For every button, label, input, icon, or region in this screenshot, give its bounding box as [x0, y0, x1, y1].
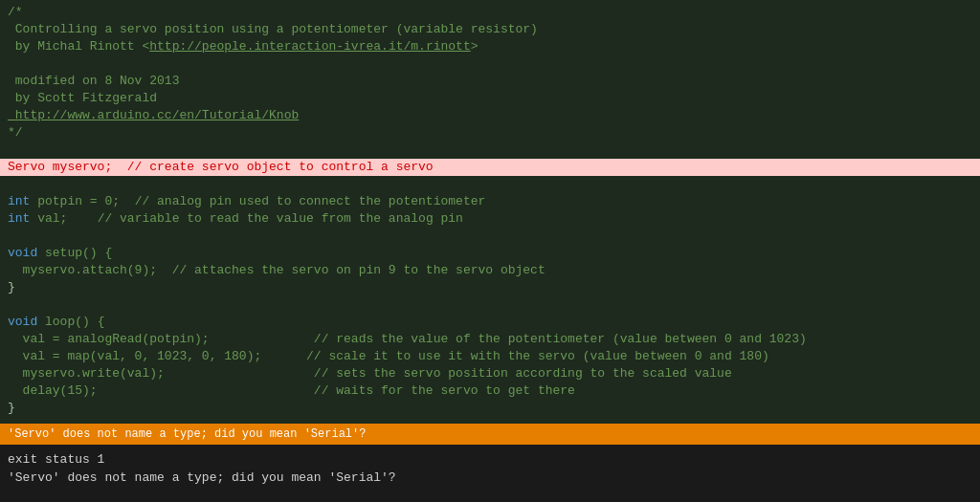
code-editor: /* Controlling a servo position using a … [0, 0, 980, 424]
code-text: val = analogRead(potpin); // reads the v… [8, 331, 807, 348]
code-text: val = map(val, 0, 1023, 0, 180); // scal… [8, 348, 769, 365]
code-text: int val; // variable to read the value f… [8, 210, 463, 228]
code-text: by Michal Rinott < [8, 38, 149, 55]
code-line-7: http://www.arduino.cc/en/Tutorial/Knob [0, 107, 980, 124]
code-text: } [8, 279, 15, 296]
code-text: void setup() { [8, 245, 112, 262]
code-line-11 [0, 176, 980, 193]
code-link: http://people.interaction-ivrea.it/m.rin… [149, 38, 470, 55]
code-line-3: by Michal Rinott <http://people.interact… [0, 38, 980, 55]
code-link: http://www.arduino.cc/en/Tutorial/Knob [8, 107, 299, 124]
code-line-20: val = analogRead(potpin); // reads the v… [0, 331, 980, 348]
code-text: Controlling a servo position using a pot… [8, 21, 538, 38]
console-line-0: exit status 1 [8, 450, 972, 469]
code-text: /* [8, 4, 23, 21]
code-line-2: Controlling a servo position using a pot… [0, 21, 980, 38]
code-line-21: val = map(val, 0, 1023, 0, 180); // scal… [0, 348, 980, 365]
code-line-24: } [0, 400, 980, 417]
code-line-4 [0, 55, 980, 73]
code-line-12: int potpin = 0; // analog pin used to co… [0, 193, 980, 210]
error-bar: 'Servo' does not name a type; did you me… [0, 424, 980, 445]
code-line-13: int val; // variable to read the value f… [0, 210, 980, 228]
code-text: delay(15); // waits for the servo to get… [8, 382, 575, 400]
code-line-15: void setup() { [0, 245, 980, 262]
code-line-16: myservo.attach(9); // attaches the servo… [0, 262, 980, 279]
code-text: Servo myservo; // create servo object to… [8, 159, 434, 176]
code-line-1: /* [0, 4, 980, 21]
code-line-17: } [0, 279, 980, 296]
code-text: myservo.attach(9); // attaches the servo… [8, 262, 546, 279]
code-line-10: Servo myservo; // create servo object to… [0, 159, 980, 176]
code-line-5: modified on 8 Nov 2013 [0, 73, 980, 90]
code-line-23: delay(15); // waits for the servo to get… [0, 382, 980, 400]
code-line-8: */ [0, 124, 980, 142]
code-line-19: void loop() { [0, 314, 980, 331]
code-line-22: myservo.write(val); // sets the servo po… [0, 365, 980, 382]
code-text: void loop() { [8, 314, 104, 331]
code-text: modified on 8 Nov 2013 [8, 73, 179, 90]
code-line-14 [0, 228, 980, 245]
code-text: int potpin = 0; // analog pin used to co… [8, 193, 485, 210]
code-line-6: by Scott Fitzgerald [0, 90, 980, 107]
error-bar-text: 'Servo' does not name a type; did you me… [8, 427, 366, 441]
code-text: myservo.write(val); // sets the servo po… [8, 365, 732, 382]
code-text: } [8, 400, 15, 417]
code-text: by Scott Fitzgerald [8, 90, 157, 107]
console-output: exit status 1'Servo' does not name a typ… [0, 445, 980, 502]
code-text: */ [8, 124, 23, 142]
code-line-18 [0, 296, 980, 314]
code-text: > [471, 38, 479, 55]
code-line-9 [0, 142, 980, 159]
console-line-1: 'Servo' does not name a type; did you me… [8, 469, 972, 487]
